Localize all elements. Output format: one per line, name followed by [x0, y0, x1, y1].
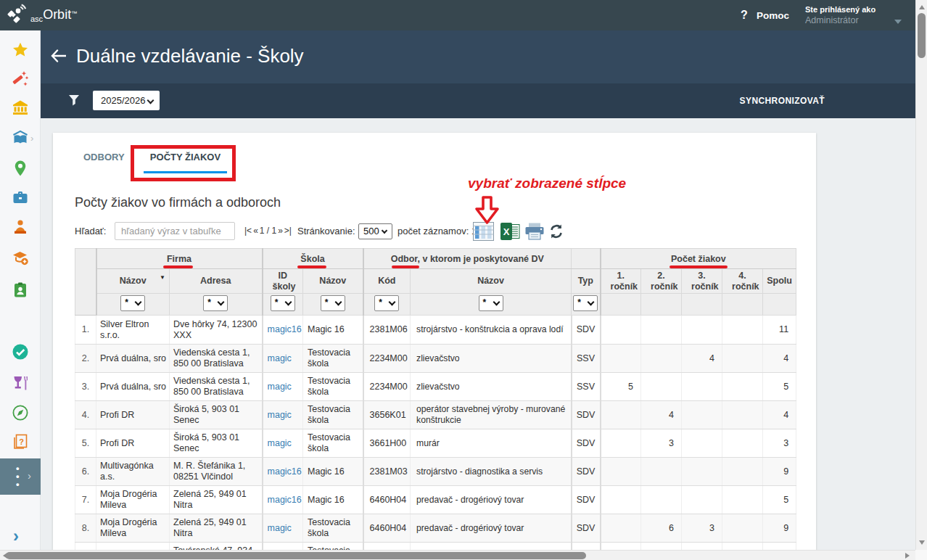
pager-current: 1 / 1	[260, 226, 276, 236]
horizontal-scrollbar-thumb[interactable]	[6, 552, 586, 559]
location-pin-icon[interactable]	[12, 160, 29, 177]
cell-typ: SSV	[572, 345, 601, 373]
app-logo[interactable]: ascOrbit™	[6, 4, 77, 25]
cell-id_skoly: magic16	[263, 316, 303, 345]
cell-kod: 3656K01	[363, 401, 411, 429]
cell-skola: Magic 16	[303, 316, 363, 345]
pager-last[interactable]: >|	[284, 226, 292, 236]
cell-kod: 2234M00	[363, 373, 411, 401]
scroll-up-arrow-icon[interactable]	[919, 5, 925, 9]
col-nazov-firmy[interactable]: Názov▼	[96, 269, 170, 294]
col-kod[interactable]: Kód	[363, 269, 411, 294]
year-select-caret-icon	[147, 97, 154, 104]
school-id-link[interactable]: magic	[268, 410, 292, 420]
id-badge-icon[interactable]	[12, 281, 29, 299]
col-spolu[interactable]: Spolu	[763, 269, 796, 294]
filter-kod[interactable]: *	[374, 295, 399, 311]
cell-kod: 6460H04	[363, 486, 411, 514]
compass-icon[interactable]	[12, 404, 29, 421]
col-nazov-odboru[interactable]: Názov	[411, 269, 572, 294]
annotation-arrow-icon	[474, 196, 501, 225]
filter-nazov-odboru[interactable]: *	[479, 295, 503, 311]
pager-first[interactable]: |<	[244, 226, 252, 236]
filter-typ[interactable]: *	[573, 295, 598, 311]
cell-kod	[363, 543, 411, 551]
col-r4[interactable]: 4. ročník	[722, 269, 763, 294]
graduate-add-icon[interactable]	[12, 249, 29, 266]
question-doc-icon[interactable]: ?	[12, 433, 29, 450]
cell-r2: 6	[641, 514, 682, 543]
scroll-down-arrow-icon[interactable]	[919, 540, 925, 545]
pager-prev[interactable]: «	[253, 226, 258, 236]
filter-nazov-skoly[interactable]: *	[321, 295, 345, 311]
cell-r1: 5	[601, 373, 641, 401]
sidebar-expand-chevron[interactable]: ›	[13, 526, 19, 546]
briefcase-icon[interactable]	[12, 189, 29, 206]
help-icon[interactable]: ?	[741, 9, 748, 22]
school-id-link[interactable]: magic16	[268, 324, 302, 334]
synchronize-button[interactable]: SYNCHRONIZOVAŤ	[740, 96, 825, 106]
content-heading: Počty žiakov vo firmách a odboroch	[75, 195, 281, 210]
school-id-link[interactable]: magic	[268, 438, 292, 448]
excel-export-icon[interactable]: X	[500, 223, 520, 242]
cell-r2	[641, 316, 682, 345]
help-button[interactable]: Pomoc	[757, 10, 789, 21]
svg-text:?: ?	[19, 437, 24, 446]
refresh-icon[interactable]	[548, 223, 564, 242]
magic-wand-icon[interactable]	[12, 70, 29, 87]
cell-odbor: strojárstvo - diagnostika a servis	[411, 458, 572, 486]
school-id-link[interactable]: magic	[268, 523, 292, 533]
more-dots-icon: •••	[16, 464, 20, 488]
cell-odbor: predavač - drogériový tovar	[411, 514, 572, 543]
cell-adresa: Zelená 25, 949 01 Nitra	[170, 514, 263, 543]
bank-icon[interactable]	[12, 99, 29, 116]
school-id-link[interactable]: magic	[268, 353, 292, 363]
sidebar-more-options[interactable]: ••• ›	[0, 458, 41, 495]
school-book-icon[interactable]	[12, 129, 29, 147]
vertical-scrollbar[interactable]	[915, 0, 927, 550]
col-nazov-skoly[interactable]: Názov	[303, 269, 363, 294]
user-menu[interactable]: Ste prihlásený ako Administrátor	[805, 5, 876, 25]
back-arrow-icon[interactable]	[51, 49, 66, 62]
cell-num: 8.	[75, 514, 96, 543]
col-r1[interactable]: 1. ročník	[601, 269, 641, 294]
column-picker-icon[interactable]	[473, 222, 494, 243]
year-select-value: 2025/2026	[101, 95, 145, 106]
vertical-scrollbar-thumb[interactable]	[918, 13, 926, 58]
page-size-select[interactable]: 500	[358, 223, 392, 239]
star-icon[interactable]	[12, 41, 29, 59]
user-menu-caret-icon[interactable]	[894, 20, 902, 24]
glass-fork-icon[interactable]	[12, 375, 29, 392]
search-input[interactable]	[115, 222, 235, 240]
horizontal-scrollbar[interactable]	[0, 550, 915, 560]
col-id-skoly[interactable]: ID školy	[263, 269, 303, 294]
filter-nazov-firmy[interactable]: *	[120, 295, 145, 311]
school-id-link[interactable]: magic16	[268, 466, 302, 477]
col-r2[interactable]: 2. ročník	[641, 269, 682, 294]
cell-firma: Profi DR	[96, 429, 170, 458]
filter-id-skoly[interactable]: *	[271, 295, 295, 311]
col-typ[interactable]: Typ	[572, 269, 601, 294]
cell-skola: Magic 16	[303, 486, 363, 514]
scroll-right-arrow-icon[interactable]	[905, 553, 910, 559]
check-circle-icon[interactable]	[12, 343, 29, 361]
cell-num: 5.	[75, 429, 96, 458]
col-r3[interactable]: 3. ročník	[682, 269, 722, 294]
annotation-underline-odbor	[392, 265, 419, 268]
cell-adresa: Dve hôrky 74, 12300 XXX	[170, 316, 263, 345]
school-id-link[interactable]: magic	[268, 382, 292, 392]
col-adresa[interactable]: Adresa	[170, 269, 263, 294]
filter-funnel-icon[interactable]	[68, 94, 80, 107]
table-row: 4.Profi DRŠiroká 5, 903 01 SenecmagicTes…	[75, 401, 796, 429]
print-icon[interactable]	[524, 223, 545, 242]
pager-next[interactable]: »	[278, 226, 283, 236]
person-desk-icon[interactable]	[12, 218, 29, 236]
school-id-link[interactable]: magic16	[268, 495, 302, 505]
filter-adresa[interactable]: *	[203, 295, 228, 311]
year-select[interactable]: 2025/2026	[93, 91, 160, 110]
cell-spolu: 5	[763, 486, 796, 514]
table-row: 8.Moja Drogéria MilevaZelená 25, 949 01 …	[75, 514, 796, 543]
tab-odbory[interactable]: ODBORY	[83, 152, 125, 162]
cell-r4	[722, 316, 763, 345]
cell-r4	[722, 429, 763, 458]
